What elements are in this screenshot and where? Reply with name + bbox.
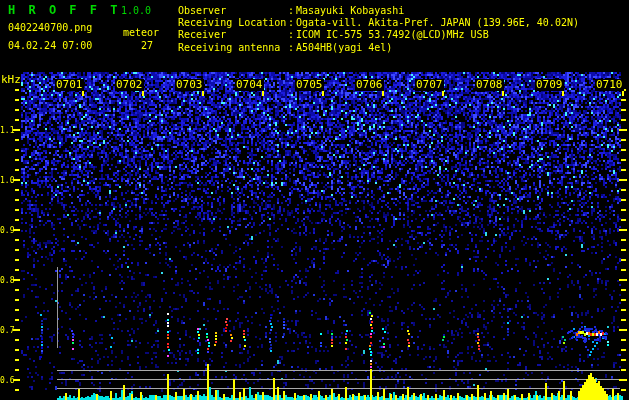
- freq-label: 0.6: [0, 376, 14, 385]
- info-separator: :: [288, 5, 296, 16]
- time-label: 0701: [55, 79, 84, 91]
- spectrogram-canvas: [0, 0, 629, 400]
- info-row-receiver: Receiver:ICOM IC-575 53.7492(@LCD)MHz US…: [178, 29, 489, 40]
- time-label: 0702: [115, 79, 144, 91]
- time-label: 0704: [235, 79, 264, 91]
- info-value: ICOM IC-575 53.7492(@LCD)MHz USB: [296, 29, 489, 40]
- app-title: H R O F F T: [8, 3, 120, 17]
- info-label: Receiving antenna: [178, 42, 288, 53]
- info-value: Masayuki Kobayashi: [296, 5, 404, 16]
- freq-unit-label: kHz: [1, 73, 21, 86]
- freq-label: 1.0: [0, 176, 14, 185]
- freq-label: 1.1: [0, 126, 14, 135]
- info-separator: :: [288, 42, 296, 53]
- info-row-observer: Observer:Masayuki Kobayashi: [178, 5, 404, 16]
- freq-label: 0.8: [0, 276, 14, 285]
- info-row-location: Receiving Location:Ogata-vill. Akita-Pre…: [178, 17, 579, 28]
- info-value: Ogata-vill. Akita-Pref. JAPAN (139.96E, …: [296, 17, 579, 28]
- time-label: 0706: [355, 79, 384, 91]
- time-label: 0707: [415, 79, 444, 91]
- info-label: Receiving Location: [178, 17, 288, 28]
- output-filename: 0402240700.png: [8, 22, 92, 33]
- info-separator: :: [288, 29, 296, 40]
- app-version: 1.0.0: [121, 5, 151, 16]
- time-label: 0705: [295, 79, 324, 91]
- freq-label: 0.9: [0, 226, 14, 235]
- info-label: Observer: [178, 5, 288, 16]
- echo-count: 27: [141, 40, 153, 51]
- info-label: Receiver: [178, 29, 288, 40]
- mode-label: meteor: [123, 27, 159, 38]
- time-label: 0703: [175, 79, 204, 91]
- freq-label: 0.7: [0, 326, 14, 335]
- info-separator: :: [288, 17, 296, 28]
- time-label: 0710: [595, 79, 624, 91]
- time-label: 0708: [475, 79, 504, 91]
- hrofft-window: { "app": { "title": "H R O F F T", "vers…: [0, 0, 629, 400]
- observation-datetime: 04.02.24 07:00: [8, 40, 92, 51]
- time-label: 0709: [535, 79, 564, 91]
- info-value: A504HB(yagi 4el): [296, 42, 392, 53]
- info-row-antenna: Receiving antenna:A504HB(yagi 4el): [178, 42, 392, 53]
